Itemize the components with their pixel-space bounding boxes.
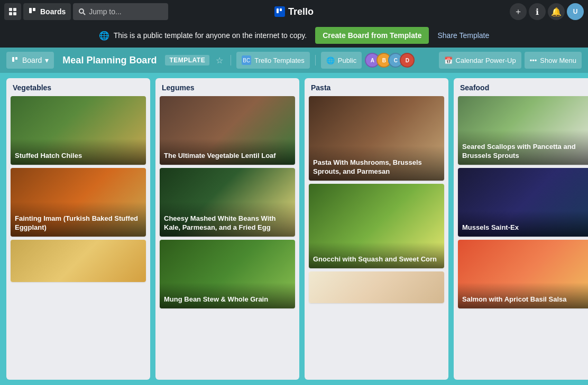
visibility-button[interactable]: 🌐 Public [321,52,362,69]
card-title-mung-bean: Mung Bean Stew & Whole Grain [160,283,295,308]
card-image-lentil-loaf: The Ultimate Vegetable Lentil Loaf [160,96,295,165]
card-image-stuffed-chiles: Stuffed Hatch Chiles [11,96,146,165]
banner-text: This is a public template for anyone on … [114,31,307,40]
boards-label: Boards [40,7,66,16]
card-image-bottom-veg [11,240,146,282]
chevron-down-icon: ▾ [45,56,49,64]
list-legumes: Legumes The Ultimate Vegetable Lentil Lo… [155,78,299,380]
banner-message: 🌐 This is a public template for anyone o… [99,31,307,41]
card-salmon[interactable]: Salmon with Apricot Basil Salsa [458,240,588,308]
svg-rect-5 [33,8,35,11]
create-button[interactable]: ＋ [510,3,527,20]
card-stuffed-chiles[interactable]: Stuffed Hatch Chiles [11,96,146,165]
workspace-label: Trello Templates [254,57,305,64]
top-nav: Boards Trello ＋ ℹ 🔔 U [0,0,588,23]
card-title-cheesy-beans: Cheesy Mashed White Beans With Kale, Par… [160,202,295,237]
card-cheesy-beans[interactable]: Cheesy Mashed White Beans With Kale, Par… [160,168,295,237]
list-vegetables: Vegetables Stuffed Hatch Chiles Fainting… [6,78,150,380]
svg-rect-4 [29,8,32,13]
board-content: Vegetables Stuffed Hatch Chiles Fainting… [0,73,588,385]
list-cards-legumes: The Ultimate Vegetable Lentil Loaf Chees… [155,94,299,313]
svg-rect-2 [9,12,12,15]
member-avatars: A B C D [368,53,415,68]
home-button[interactable] [4,3,21,20]
trello-logo-icon [274,6,285,17]
list-header-vegetables: Vegetables [6,78,150,94]
calendar-label: Calendar Power-Up [456,57,516,64]
star-button[interactable]: ☆ [214,53,225,68]
show-menu-button[interactable]: ••• Show Menu [525,52,582,69]
svg-rect-8 [277,8,279,13]
svg-point-6 [79,9,84,13]
svg-line-7 [84,13,86,15]
card-image-fainting-imam: Fainting Imam (Turkish Baked Stuffed Egg… [11,168,146,237]
svg-rect-9 [280,8,282,11]
user-avatar[interactable]: U [567,3,584,20]
svg-rect-11 [15,57,17,60]
card-mung-bean[interactable]: Mung Bean Stew & Whole Grain [160,240,295,308]
list-cards-vegetables: Stuffed Hatch Chiles Fainting Imam (Turk… [6,94,150,286]
svg-rect-3 [13,12,16,15]
board-title: Meal Planning Board [58,55,161,66]
calendar-powerup-button[interactable]: 📅 Calendar Power-Up [439,52,521,69]
card-mussels[interactable]: Mussels Saint-Ex [458,168,588,237]
svg-rect-0 [9,8,12,11]
search-bar[interactable] [73,3,168,20]
menu-dots-icon: ••• [530,57,537,64]
share-template-button[interactable]: Share Template [437,31,489,40]
board-view-button[interactable]: Board ▾ [6,52,54,69]
board-header: Board ▾ Meal Planning Board TEMPLATE ☆ B… [0,48,588,73]
info-button[interactable]: ℹ [529,3,546,20]
globe-icon: 🌐 [99,31,109,41]
card-image-gnocchi: Gnocchi with Squash and Sweet Corn [309,184,444,268]
card-title-mussels: Mussels Saint-Ex [458,211,588,237]
card-image-salmon: Salmon with Apricot Basil Salsa [458,240,588,308]
card-fainting-imam[interactable]: Fainting Imam (Turkish Baked Stuffed Egg… [11,168,146,237]
card-gnocchi[interactable]: Gnocchi with Squash and Sweet Corn [309,184,444,268]
card-title-gnocchi: Gnocchi with Squash and Sweet Corn [309,242,444,268]
card-image-scallops: Seared Scallops with Pancetta and Brusse… [458,96,588,165]
card-title-lentil-loaf: The Ultimate Vegetable Lentil Loaf [160,139,295,165]
card-pasta-bottom[interactable] [309,271,444,303]
card-image-cheesy-beans: Cheesy Mashed White Beans With Kale, Par… [160,168,295,237]
card-bottom-veg[interactable] [11,240,146,282]
search-input[interactable] [89,7,152,16]
card-title-fainting-imam: Fainting Imam (Turkish Baked Stuffed Egg… [11,202,146,237]
public-icon: 🌐 [326,57,335,64]
list-seafood: Seafood Seared Scallops with Pancetta an… [454,78,588,380]
card-image-pasta-bottom [309,271,444,303]
card-pasta-mushrooms[interactable]: Pasta With Mushrooms, Brussels Sprouts, … [309,96,444,181]
workspace-icon: BC [242,55,251,65]
trello-label: Trello [288,6,314,17]
star-icon: ☆ [216,56,223,65]
bell-icon: 🔔 [551,7,562,17]
card-title-pasta: Pasta With Mushrooms, Brussels Sprouts, … [309,146,444,181]
calendar-icon: 📅 [444,57,453,64]
workspace-button[interactable]: BC Trello Templates [236,52,310,69]
create-board-button[interactable]: Create Board from Template [315,27,429,44]
svg-rect-10 [12,57,14,62]
card-image-pasta: Pasta With Mushrooms, Brussels Sprouts, … [309,96,444,181]
card-title-salmon: Salmon with Apricot Basil Salsa [458,283,588,308]
card-title-stuffed-chiles: Stuffed Hatch Chiles [11,139,146,165]
board-label: Board [22,56,42,64]
card-scallops[interactable]: Seared Scallops with Pancetta and Brusse… [458,96,588,165]
show-menu-label: Show Menu [540,57,576,64]
list-cards-seafood: Seared Scallops with Pancetta and Brusse… [454,94,588,313]
plus-icon: ＋ [514,6,522,17]
notifications-button[interactable]: 🔔 [548,3,565,20]
template-badge: TEMPLATE [165,55,209,65]
nav-right: ＋ ℹ 🔔 U [510,3,584,20]
template-banner: 🌐 This is a public template for anyone o… [0,23,588,48]
card-image-mung-bean: Mung Bean Stew & Whole Grain [160,240,295,308]
boards-button[interactable]: Boards [23,3,71,20]
info-icon: ℹ [536,7,539,17]
list-cards-pasta: Pasta With Mushrooms, Brussels Sprouts, … [305,94,448,307]
trello-logo: Trello [274,6,314,17]
card-lentil-loaf[interactable]: The Ultimate Vegetable Lentil Loaf [160,96,295,165]
list-header-seafood: Seafood [454,78,588,94]
list-header-legumes: Legumes [155,78,299,94]
divider [231,55,231,65]
card-title-scallops: Seared Scallops with Pancetta and Brusse… [458,130,588,165]
member-avatar-4[interactable]: D [400,53,415,68]
